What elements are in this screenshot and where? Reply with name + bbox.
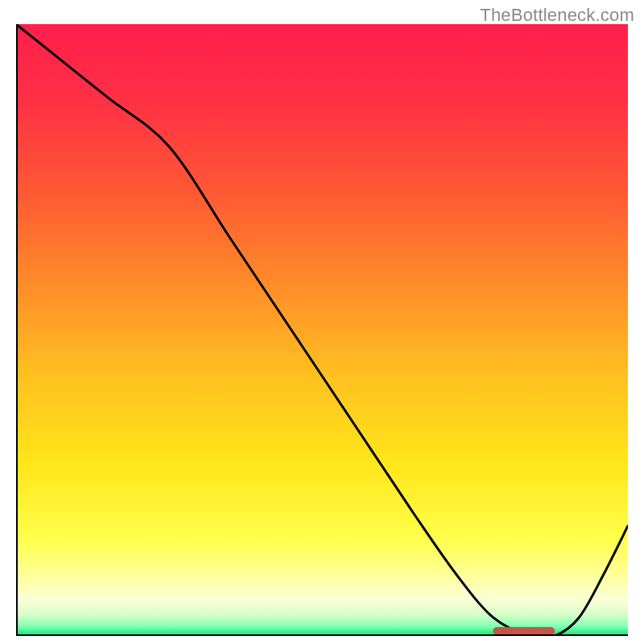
plot-background bbox=[16, 24, 628, 636]
chart-stage: TheBottleneck.com bbox=[0, 0, 644, 644]
optimal-range-rect bbox=[493, 627, 555, 634]
watermark-text: TheBottleneck.com bbox=[480, 5, 634, 26]
svg-rect-1 bbox=[16, 24, 628, 636]
optimal-range-bar bbox=[493, 627, 555, 634]
plot-svg bbox=[16, 24, 628, 636]
plot-frame bbox=[16, 24, 628, 636]
